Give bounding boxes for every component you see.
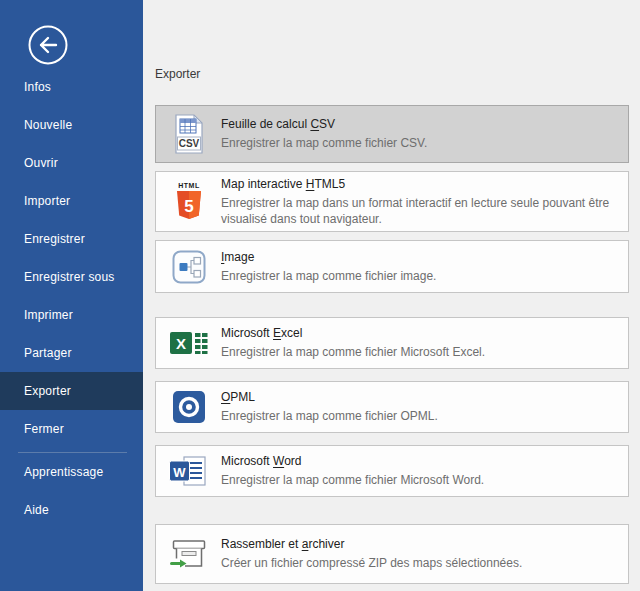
sidebar-item-aide[interactable]: Aide [0,491,143,529]
export-option-title: Feuille de calcul CSV [221,117,616,132]
export-option-image[interactable]: Image Enregistrer la map comme fichier i… [155,240,629,293]
sidebar-item-enregistrer[interactable]: Enregistrer [0,220,143,258]
export-option-word[interactable]: W Microsoft Word Enregistrer la map comm… [155,445,629,497]
csv-spreadsheet-icon: CSV [169,111,209,157]
sidebar-item-label: Apprentissage [24,465,103,479]
card-text: Map interactive HTML5 Enregistrer la map… [221,177,616,227]
export-options-list: CSV Feuille de calcul CSV Enregistrer la… [155,105,629,584]
sidebar-item-label: Partager [24,346,72,360]
sidebar-item-infos[interactable]: Infos [0,68,143,106]
sidebar-menu: Infos Nouvelle Ouvrir Importer Enregistr… [0,68,143,529]
svg-text:CSV: CSV [179,138,200,149]
sidebar-item-partager[interactable]: Partager [0,334,143,372]
page-title: Exporter [155,67,200,81]
sidebar-item-label: Ouvrir [24,156,58,170]
export-option-description: Enregistrer la map dans un format intera… [221,195,616,227]
export-option-description: Enregistrer la map comme fichier Microso… [221,344,616,360]
sidebar-item-label: Nouvelle [24,118,72,132]
export-option-csv[interactable]: CSV Feuille de calcul CSV Enregistrer la… [155,105,629,163]
backstage-export-view: Infos Nouvelle Ouvrir Importer Enregistr… [0,0,640,591]
card-text: Feuille de calcul CSV Enregistrer la map… [221,117,616,151]
sidebar-item-label: Exporter [24,384,71,398]
sidebar-item-imprimer[interactable]: Imprimer [0,296,143,334]
svg-text:X: X [176,335,186,352]
sidebar-item-label: Importer [24,194,70,208]
svg-text:5: 5 [184,197,193,216]
sidebar-item-ouvrir[interactable]: Ouvrir [0,144,143,182]
pack-and-go-icon [169,531,209,577]
export-option-description: Enregistrer la map comme fichier CSV. [221,135,616,151]
export-option-title: Rassembler et archiver [221,537,616,552]
backstage-sidebar: Infos Nouvelle Ouvrir Importer Enregistr… [0,0,143,591]
back-button[interactable] [26,23,70,67]
export-panel: Exporter CSV Feuille de calcul [143,0,640,591]
export-option-title: Microsoft Excel [221,326,616,341]
export-option-pack-and-go[interactable]: Rassembler et archiver Créer un fichier … [155,524,629,584]
export-option-title: OPML [221,390,616,405]
export-option-title: Microsoft Word [221,454,616,469]
export-option-opml[interactable]: OPML Enregistrer la map comme fichier OP… [155,381,629,433]
card-text: Rassembler et archiver Créer un fichier … [221,537,616,571]
svg-text:HTML: HTML [178,182,200,189]
sidebar-item-label: Infos [24,80,51,94]
card-text: OPML Enregistrer la map comme fichier OP… [221,390,616,424]
sidebar-item-exporter[interactable]: Exporter [0,372,143,410]
export-option-excel[interactable]: X Microsoft Excel Enregistrer la map com… [155,317,629,369]
back-arrow-icon [26,23,70,67]
sidebar-item-label: Fermer [24,422,64,436]
sidebar-item-fermer[interactable]: Fermer [0,410,143,448]
sidebar-item-label: Imprimer [24,308,73,322]
card-text: Microsoft Excel Enregistrer la map comme… [221,326,616,360]
export-option-description: Créer un fichier compressé ZIP des maps … [221,555,616,571]
sidebar-item-label: Enregistrer sous [24,270,115,284]
card-text: Image Enregistrer la map comme fichier i… [221,250,616,284]
sidebar-item-apprentissage[interactable]: Apprentissage [0,453,143,491]
image-export-icon [169,244,209,290]
excel-icon: X [169,320,209,366]
sidebar-item-label: Aide [24,503,49,517]
opml-icon [169,384,209,430]
export-option-description: Enregistrer la map comme fichier image. [221,268,616,284]
sidebar-item-enregistrer-sous[interactable]: Enregistrer sous [0,258,143,296]
sidebar-item-label: Enregistrer [24,232,85,246]
html5-icon: HTML 5 [169,179,209,225]
card-text: Microsoft Word Enregistrer la map comme … [221,454,616,488]
word-icon: W [169,448,209,494]
export-option-title: Image [221,250,616,265]
sidebar-item-nouvelle[interactable]: Nouvelle [0,106,143,144]
export-option-html5[interactable]: HTML 5 Map interactive HTML5 Enregistrer… [155,171,629,232]
export-option-description: Enregistrer la map comme fichier OPML. [221,408,616,424]
svg-text:W: W [173,465,186,480]
export-option-title: Map interactive HTML5 [221,177,616,192]
sidebar-item-importer[interactable]: Importer [0,182,143,220]
export-option-description: Enregistrer la map comme fichier Microso… [221,472,616,488]
